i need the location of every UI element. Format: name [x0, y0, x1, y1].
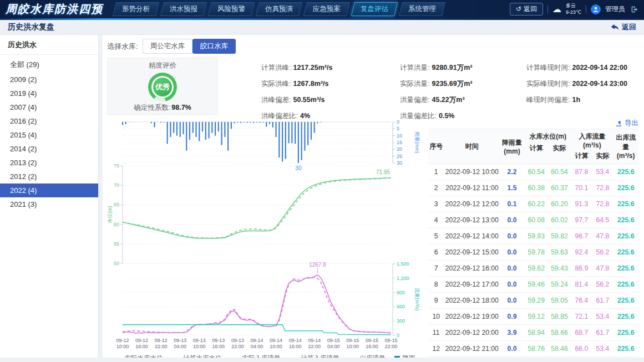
nav-back-label: 返回: [524, 5, 537, 13]
content: 历史洪水 全部 (29)2009 (2)2019 (4)2007 (4)2016…: [0, 35, 644, 362]
svg-text:20: 20: [397, 146, 402, 152]
table-row[interactable]: 12022-09-12 10:002.260.5460.5487.853.422…: [428, 164, 638, 180]
table-row[interactable]: 22022-09-12 11:001.560.3860.3770.172.822…: [428, 180, 638, 196]
page-title: 历史洪水复盘: [8, 22, 54, 32]
table-row[interactable]: 122022-09-12 21:000.058.7658.4666.053.42…: [428, 341, 638, 357]
svg-text:09-1516:00: 09-1516:00: [366, 338, 378, 349]
nav-menu-item[interactable]: 形势分析: [113, 2, 159, 16]
table-body: 12022-09-12 10:002.260.5460.5487.853.422…: [428, 164, 638, 357]
stat-item: 实际峰现时间:2022-09-14 23:00: [526, 79, 638, 89]
svg-text:75: 75: [114, 163, 119, 169]
table-row[interactable]: 112022-09-12 20:003.958.9458.6668.761.72…: [428, 325, 638, 341]
bottom-row: 05101520253050556065707503006009001,2001…: [107, 118, 638, 358]
svg-text:71.95: 71.95: [376, 169, 390, 175]
level-calc-header: 计算: [525, 142, 548, 156]
top-navbar: 周皎水库防洪四预 形势分析洪水预报风险预警仿真预演应急预案复盘评估系统管理 ↺返…: [0, 0, 644, 18]
svg-text:09-1416:00: 09-1416:00: [289, 338, 302, 349]
sidebar-item[interactable]: 2015 (4): [0, 128, 98, 142]
app-title: 周皎水库防洪四预: [6, 2, 103, 17]
table-row[interactable]: 32022-09-12 12:000.160.2260.2091.372.822…: [428, 196, 638, 212]
table-row[interactable]: 62022-09-12 15:000.059.7859.6392.456.222…: [428, 244, 638, 261]
svg-text:65: 65: [114, 202, 119, 207]
nav-menu-item[interactable]: 洪水预报: [160, 2, 207, 16]
col-time: 时间: [444, 129, 499, 164]
stat-item: 计算洪量:9280.91万m³: [400, 63, 526, 73]
reservoir-option[interactable]: 皎口水库: [192, 39, 236, 54]
sidebar-item[interactable]: 2014 (2): [0, 142, 98, 156]
svg-text:水位(m): 水位(m): [107, 206, 113, 223]
divider: [586, 5, 586, 14]
svg-text:雨量(mm): 雨量(mm): [414, 132, 420, 154]
sidebar-item[interactable]: 2012 (2): [0, 170, 98, 183]
reservoir-option[interactable]: 周公宅水库: [143, 39, 193, 54]
svg-text:09-1216:00: 09-1216:00: [135, 338, 148, 349]
stat-item: 洪量偏差:45.22万m³: [400, 95, 526, 105]
table-row[interactable]: 42022-09-12 13:000.060.0860.0297.764.522…: [428, 212, 638, 228]
export-button[interactable]: 导出: [428, 118, 638, 129]
sidebar-item[interactable]: 2013 (2): [0, 156, 98, 170]
sidebar-item[interactable]: 2016 (2): [0, 114, 98, 128]
sidebar-item[interactable]: 2007 (4): [0, 100, 98, 114]
export-icon: [615, 120, 622, 127]
legend-item[interactable]: 计算水库水位: [172, 354, 222, 358]
divider: [547, 5, 548, 14]
svg-text:09-1410:00: 09-1410:00: [270, 338, 282, 349]
svg-text:1,200: 1,200: [397, 276, 409, 281]
sidebar-item[interactable]: 全部 (29): [0, 57, 98, 73]
table-header: 序号 时间 降雨量 (mm) 水库水位(m) 计算 实际 入库流量(m³/s): [428, 129, 638, 164]
svg-text:900: 900: [397, 290, 405, 295]
sidebar-item[interactable]: 2019 (4): [0, 86, 98, 100]
svg-text:30: 30: [295, 165, 302, 171]
level-group-title: 水库水位(m): [525, 129, 571, 142]
table-row[interactable]: 82022-09-12 17:000.059.4659.2481.456.222…: [428, 277, 638, 293]
svg-text:流量(m³/s): 流量(m³/s): [414, 287, 420, 311]
stat-item: 实际洪量:9235.69万m³: [400, 79, 526, 89]
svg-text:09-1316:00: 09-1316:00: [212, 338, 225, 349]
nav-menu-item[interactable]: 应急预案: [303, 2, 350, 16]
svg-text:09-1422:00: 09-1422:00: [308, 338, 321, 349]
col-outflow: 出库流量 (m³/s): [613, 129, 638, 164]
col-inflow-group: 入库流量(m³/s) 计算 实际: [571, 129, 613, 164]
legend-item[interactable]: 出库流量: [348, 354, 386, 358]
stat-item: 洪峰偏差:50.55m³/s: [261, 95, 400, 105]
svg-text:0: 0: [397, 119, 399, 125]
svg-text:1,500: 1,500: [397, 261, 409, 267]
svg-text:10: 10: [397, 133, 402, 139]
svg-text:5: 5: [397, 126, 399, 131]
flood-stats: 计算洪峰:1217.25m³/s实际洪峰:1267.8m³/s洪峰偏差:50.5…: [218, 58, 638, 115]
col-index: 序号: [428, 129, 444, 164]
legend-item[interactable]: 降雨: [394, 354, 415, 358]
legend-item[interactable]: 实际入库流量: [231, 354, 281, 358]
back-label: 返回: [622, 22, 636, 32]
svg-text:300: 300: [397, 318, 405, 324]
back-arrow-icon: [611, 24, 619, 30]
coef-value: 98.7%: [171, 104, 191, 111]
back-button[interactable]: 返回: [611, 22, 636, 32]
sidebar-item[interactable]: 2022 (4): [0, 183, 98, 197]
nav-menu-item[interactable]: 复盘评估: [351, 2, 398, 16]
weather-info: 多云 9-23℃: [566, 3, 581, 16]
nav-back-button[interactable]: ↺返回: [510, 3, 543, 16]
logout-icon[interactable]: [631, 6, 638, 13]
svg-text:50: 50: [114, 261, 119, 266]
legend-item[interactable]: 实际水库水位: [113, 354, 163, 358]
certainty-coefficient: 确定性系数:98.7%: [108, 103, 217, 113]
stat-item: 计算洪峰:1217.25m³/s: [261, 63, 400, 73]
user-icon: [592, 6, 599, 13]
accuracy-title: 精度评价: [108, 61, 217, 70]
table-row[interactable]: 72022-09-12 16:000.059.6259.4386.947.822…: [428, 261, 638, 277]
weather-temp: 9-23℃: [566, 9, 581, 16]
table-row[interactable]: 52022-09-12 14:000.059.9359.8296.747.822…: [428, 228, 638, 244]
nav-menu-item[interactable]: 系统管理: [399, 2, 445, 16]
svg-text:25: 25: [397, 154, 402, 159]
legend-item[interactable]: 计算入库流量: [290, 354, 339, 358]
table-row[interactable]: 102022-09-12 19:000.959.1258.8572.153.42…: [428, 309, 638, 325]
sidebar-item[interactable]: 2021 (3): [0, 197, 98, 211]
table-row[interactable]: 92022-09-12 18:000.059.2959.0576.461.722…: [428, 293, 638, 309]
nav-menu-item[interactable]: 仿真预演: [256, 2, 302, 16]
user-name[interactable]: 管理员: [605, 4, 625, 14]
nav-menu-item[interactable]: 风险预警: [208, 2, 255, 16]
sidebar-item[interactable]: 2009 (2): [0, 73, 98, 86]
avatar[interactable]: [591, 4, 601, 14]
stat-item: 计算峰现时间:2022-09-14 22:00: [526, 63, 638, 73]
